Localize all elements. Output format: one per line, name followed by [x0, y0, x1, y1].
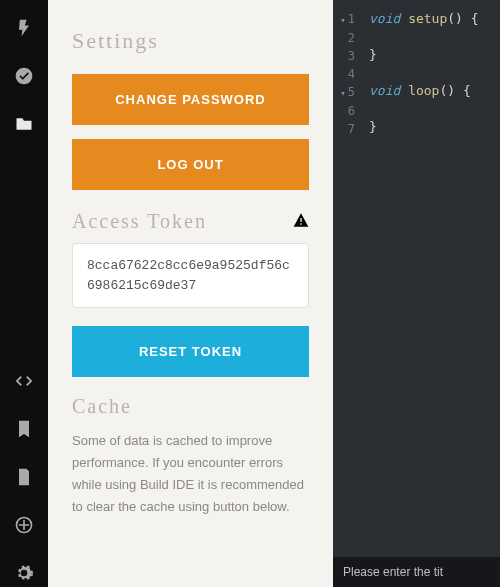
code-icon[interactable] [14, 371, 34, 395]
access-token-heading: Access Token [72, 210, 207, 233]
target-icon[interactable] [14, 515, 34, 539]
cache-heading: Cache [72, 395, 309, 418]
document-icon[interactable] [14, 467, 34, 491]
warning-icon [293, 212, 309, 232]
settings-heading: Settings [72, 28, 309, 54]
change-password-button[interactable]: CHANGE PASSWORD [72, 74, 309, 125]
access-token-value[interactable]: 8cca67622c8cc6e9a9525df56c6986215c69de37 [72, 243, 309, 308]
status-bar: Please enter the tit [333, 557, 500, 587]
check-circle-icon[interactable] [14, 66, 34, 90]
log-out-button[interactable]: LOG OUT [72, 139, 309, 190]
settings-panel: Settings CHANGE PASSWORD LOG OUT Access … [48, 0, 333, 587]
code-editor[interactable]: ▾1234▾567 void setup() { } void loop() {… [333, 0, 500, 587]
icon-sidebar [0, 0, 48, 587]
folder-icon[interactable] [14, 114, 34, 138]
reset-token-button[interactable]: RESET TOKEN [72, 326, 309, 377]
cache-description: Some of data is cached to improve perfor… [72, 430, 309, 518]
flash-icon[interactable] [14, 18, 34, 42]
editor-code[interactable]: void setup() { } void loop() { } [361, 0, 485, 587]
bookmark-icon[interactable] [14, 419, 34, 443]
editor-gutter: ▾1234▾567 [333, 0, 361, 587]
gear-icon[interactable] [14, 563, 34, 587]
